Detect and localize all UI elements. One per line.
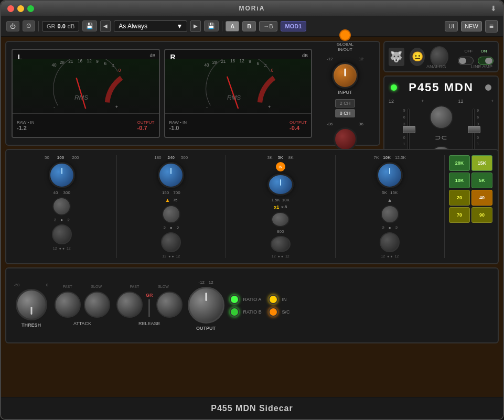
btn-arrow-b[interactable]: →B — [259, 21, 277, 31]
eq-240-in-label: 75 — [173, 198, 177, 202]
eq-5k-q-knob[interactable] — [271, 212, 289, 227]
maximize-button[interactable] — [27, 5, 34, 12]
download-icon[interactable]: ⬇ — [490, 4, 497, 13]
sc-label: S/C — [282, 309, 303, 315]
fader-handle-right[interactable] — [468, 126, 480, 133]
status-text: P455 MDN Sidecar — [211, 404, 293, 413]
output-knob-left[interactable] — [430, 105, 453, 129]
plugin-window: MORiA ⬇ ⏻ ∅ GR 0.0 dB 💾 ◀ As Always ▼ ▶ … — [0, 0, 504, 420]
eq-10k-freq-knob[interactable] — [377, 162, 403, 188]
save-right-button[interactable]: 💾 — [204, 20, 219, 31]
save-left-button[interactable]: 💾 — [82, 20, 97, 31]
toolbar-separator-2 — [222, 21, 222, 31]
svg-text:0: 0 — [119, 68, 121, 73]
vu-left-output-label: OUTPUT — [137, 120, 155, 125]
attack-knob-fast[interactable] — [55, 292, 81, 318]
svg-text:28: 28 — [212, 60, 217, 65]
eq-5k-mult-row: x1 x.5 — [274, 204, 287, 210]
freq-40-button[interactable]: 40 — [471, 190, 492, 206]
release-knob-fast[interactable] — [116, 292, 143, 318]
eq-100-q-knob[interactable] — [52, 197, 71, 216]
ch-8-button[interactable]: 8 CH — [335, 109, 356, 117]
btn-ui[interactable]: UI — [445, 21, 458, 31]
analog-toggle-knob — [459, 58, 466, 64]
eq-band-240: 180240500 150700 ▲ 75 2●2 12● ●12 — [121, 155, 222, 258]
eq-10k-gain-knob[interactable] — [380, 232, 400, 252]
btn-a[interactable]: A — [226, 21, 239, 31]
eq-100-freq-knob[interactable] — [49, 162, 75, 188]
lineamp-label: LINE AMP — [470, 64, 492, 69]
freq-20k-button[interactable]: 20K — [449, 155, 470, 171]
thresh-knob[interactable] — [16, 289, 47, 320]
ratio-row-b: RATIO B S/C — [230, 307, 303, 317]
freq-20-button[interactable]: 20 — [449, 190, 470, 206]
freq-10k-button[interactable]: 10K — [449, 173, 470, 188]
minimize-button[interactable] — [17, 5, 24, 12]
eq-5k-freq-knob[interactable] — [267, 174, 294, 196]
btn-menu[interactable]: ≡ — [485, 20, 498, 33]
btn-b[interactable]: B — [242, 21, 256, 31]
ratio-b-led[interactable] — [230, 307, 239, 317]
release-slow: SLOW — [158, 285, 169, 288]
attack-knob-slow[interactable] — [84, 292, 110, 318]
eq-240-gain-knob[interactable] — [161, 232, 181, 252]
svg-text:+: + — [115, 104, 119, 110]
svg-text:-: - — [53, 104, 55, 110]
eq-10k-in-row: ▲ — [387, 197, 392, 203]
phase-button[interactable]: ∅ — [23, 20, 35, 31]
sc-led[interactable] — [269, 307, 278, 317]
close-button[interactable] — [7, 5, 14, 12]
global-io-label: GLOBALIN/OUT — [337, 42, 353, 52]
freq-row-3: 20 40 — [449, 190, 492, 206]
attack-group: FAST SLOW ATTACK — [53, 285, 111, 326]
vu-right-raw-value: -1.0 — [169, 125, 187, 131]
btn-mod[interactable]: MOD1 — [281, 21, 307, 31]
svg-text:28: 28 — [60, 60, 65, 65]
channel-selector: 2 CH 8 CH — [335, 99, 356, 117]
eq-5k-in-button[interactable]: IN — [276, 162, 285, 171]
eq-240-triangle: ▲ — [165, 197, 170, 203]
preset-selector[interactable]: As Always ▼ — [114, 20, 187, 32]
preset-next-button[interactable]: ▶ — [190, 20, 201, 32]
freq-15k-button[interactable]: 15K — [471, 155, 492, 171]
vu-left-bottom: RAW • IN -1.2 OUTPUT -0.7 — [13, 113, 159, 137]
freq-90-button[interactable]: 90 — [471, 207, 492, 223]
ratio-buttons: RATIO A IN RATIO B S/C — [230, 295, 303, 317]
preset-prev-button[interactable]: ◀ — [100, 20, 111, 32]
eq-5k-in-row: IN — [276, 162, 285, 171]
ch-2-button[interactable]: 2 CH — [335, 99, 356, 107]
power-button[interactable]: ⏻ — [6, 21, 19, 31]
bias-knob[interactable] — [334, 127, 357, 151]
ratio-a-led[interactable] — [230, 295, 239, 304]
input-knob[interactable] — [332, 62, 358, 89]
vu-left-raw-group: RAW • IN -1.2 — [17, 120, 35, 131]
p455-dot-left — [391, 84, 397, 91]
eq-5k-gain-knob[interactable] — [271, 236, 291, 252]
fader-handle-left[interactable] — [403, 126, 415, 133]
eq-10k-mid: 5K15K — [382, 190, 398, 195]
eq-100-mid: 40300 — [53, 190, 70, 195]
thresh-max: 0 — [46, 283, 48, 287]
status-bar: P455 MDN Sidecar — [1, 397, 503, 419]
freq-70-button[interactable]: 70 — [449, 207, 470, 223]
input-label: INPUT — [338, 90, 352, 95]
svg-text:6: 6 — [104, 61, 107, 66]
eq-240-freq-knob[interactable] — [158, 162, 184, 188]
in-led[interactable] — [269, 295, 278, 304]
svg-text:-: - — [206, 104, 208, 110]
global-io-button[interactable] — [339, 29, 351, 41]
btn-new[interactable]: NEW — [461, 21, 482, 31]
vu-left-visual: 40 28 21 16 12 9 6 3 0 — [13, 59, 159, 115]
release-knob-slow[interactable] — [156, 292, 183, 318]
attack-knobs — [55, 292, 110, 318]
svg-text:RMS: RMS — [227, 94, 241, 101]
eq-10k-q-knob[interactable] — [381, 205, 399, 223]
output-comp-knob[interactable] — [188, 287, 224, 324]
eq-band-100: 50100200 40300 2●2 12● ●12 — [12, 155, 112, 258]
eq-5k-top: 3K5K8K — [267, 155, 294, 160]
eq-100-gain-knob[interactable] — [52, 224, 72, 244]
svg-text:+: + — [267, 104, 271, 110]
eq-5k-800: 800 — [277, 229, 284, 234]
freq-5k-button[interactable]: 5K — [471, 173, 492, 188]
eq-240-q-knob[interactable] — [162, 205, 180, 223]
